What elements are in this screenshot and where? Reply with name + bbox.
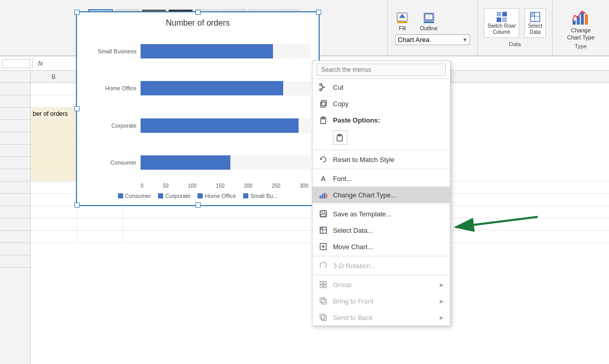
row-header-3 xyxy=(0,108,30,120)
row-header-9 xyxy=(0,181,30,194)
menu-item-save-template[interactable]: Save as Template... xyxy=(312,206,450,222)
menu-item-bring-front[interactable]: Bring to Front ▶ xyxy=(312,293,450,309)
bar-row-corporate: Corporate xyxy=(85,118,310,133)
save-template-icon xyxy=(319,209,328,218)
bar-label-home-office: Home Office xyxy=(85,85,136,91)
x-tick-100: 100 xyxy=(188,183,197,189)
svg-rect-11 xyxy=(531,12,535,16)
svg-rect-28 xyxy=(324,193,325,198)
outline-label: Outline xyxy=(420,25,438,31)
bar-track-home-office xyxy=(141,81,310,95)
change-chart-type-menu-label: Change Chart Type... xyxy=(333,191,396,199)
menu-item-3d-rotation: 3-D Rotation... xyxy=(312,257,450,274)
cell-b6[interactable] xyxy=(31,145,77,157)
bring-front-label: Bring to Front xyxy=(333,297,374,305)
copy-label: Copy xyxy=(333,100,348,108)
cell-b4[interactable] xyxy=(31,120,77,132)
select-data-button[interactable]: SelectData xyxy=(524,8,546,38)
reset-icon xyxy=(319,155,328,164)
change-chart-type-icon xyxy=(571,6,591,27)
svg-rect-44 xyxy=(322,316,326,320)
green-arrow xyxy=(450,207,543,239)
x-tick-200: 200 xyxy=(244,183,252,189)
context-menu-search xyxy=(312,61,450,79)
chart-handle-tl[interactable] xyxy=(74,10,80,15)
bar-chart-area: Small Business Home Office xyxy=(85,33,310,181)
rotation-label: 3-D Rotation... xyxy=(333,262,376,270)
svg-rect-41 xyxy=(324,285,326,288)
chart-handle-tr[interactable] xyxy=(316,10,321,15)
switch-icon xyxy=(496,11,508,23)
row-headers xyxy=(0,83,31,364)
cell-b5[interactable] xyxy=(31,132,77,145)
bar-row-small-business: Small Business xyxy=(85,44,310,58)
menu-separator-4 xyxy=(312,256,450,256)
chart-title: Number of orders xyxy=(85,18,310,28)
menu-item-group[interactable]: Group ▶ xyxy=(312,276,450,293)
svg-rect-6 xyxy=(497,12,501,16)
legend-consumer: Consumer xyxy=(118,193,151,199)
outline-button[interactable]: Outline xyxy=(420,11,438,31)
menu-item-cut[interactable]: Cut xyxy=(312,79,450,95)
x-tick-150: 150 xyxy=(216,183,225,189)
cell-b3-header[interactable]: ber of orders xyxy=(31,108,77,120)
fill-label: Fill xyxy=(399,25,406,31)
x-tick-0: 0 xyxy=(141,183,144,189)
row-header-4 xyxy=(0,120,30,132)
bar-fill-small-business xyxy=(141,44,273,58)
chart-area-dropdown[interactable]: Chart Area ▼ xyxy=(395,34,470,45)
menu-item-move-chart[interactable]: Move Chart... xyxy=(312,238,450,255)
menu-item-change-chart-type[interactable]: Change Chart Type... xyxy=(312,187,450,203)
name-box[interactable] xyxy=(2,59,30,68)
menu-item-font[interactable]: A Font... xyxy=(312,170,450,187)
formula-divider xyxy=(32,58,33,69)
svg-rect-42 xyxy=(322,299,326,304)
menu-item-copy[interactable]: Copy xyxy=(312,95,450,112)
x-axis: 0 50 100 150 200 250 300 xyxy=(85,183,310,189)
chart-handle-bc[interactable] xyxy=(195,203,201,208)
copy-icon xyxy=(319,99,328,108)
svg-rect-14 xyxy=(573,21,576,25)
row-header-14 xyxy=(0,243,30,255)
chart-handle-ml[interactable] xyxy=(74,106,80,111)
reset-label: Reset to Match Style xyxy=(333,156,395,164)
svg-rect-16 xyxy=(581,12,584,25)
chart-handle-tc[interactable] xyxy=(195,10,201,15)
bar-row-consumer: Consumer xyxy=(85,155,310,170)
menu-item-select-data[interactable]: Select Data... xyxy=(312,222,450,238)
fill-button[interactable]: Fill xyxy=(395,11,409,31)
fx-label: fx xyxy=(35,59,46,67)
svg-rect-43 xyxy=(320,298,325,302)
move-chart-icon xyxy=(319,242,328,251)
bar-label-consumer: Consumer xyxy=(85,159,136,166)
switch-row-col-button[interactable]: Switch Row/Column xyxy=(484,8,519,38)
rotation-icon xyxy=(319,261,328,270)
svg-rect-17 xyxy=(585,14,588,25)
menu-separator-3 xyxy=(312,204,450,205)
x-tick-300: 300 xyxy=(300,183,308,189)
bar-fill-consumer xyxy=(141,155,230,170)
send-back-label: Send to Back xyxy=(333,314,372,321)
context-search-input[interactable] xyxy=(317,64,446,76)
menu-item-reset[interactable]: Reset to Match Style xyxy=(312,151,450,168)
bring-front-icon xyxy=(319,296,328,306)
x-tick-50: 50 xyxy=(163,183,168,189)
group-label: Group xyxy=(333,281,351,289)
chart-handle-bl[interactable] xyxy=(74,203,80,208)
menu-separator-1 xyxy=(312,150,450,150)
change-chart-type-menu-icon xyxy=(319,190,328,199)
fill-icon xyxy=(395,11,409,25)
row-header-1 xyxy=(0,83,30,95)
change-chart-type-label: ChangeChart Type xyxy=(567,27,595,42)
cell-b1[interactable] xyxy=(31,83,77,95)
chart-area[interactable]: Number of orders Small Business xyxy=(76,11,320,206)
svg-rect-34 xyxy=(320,227,323,230)
row-header-6 xyxy=(0,145,30,157)
menu-item-send-back[interactable]: Send to Back ▶ xyxy=(312,309,450,326)
svg-rect-38 xyxy=(320,281,323,284)
paste-icon-button[interactable] xyxy=(333,130,347,145)
cell-b2[interactable] xyxy=(31,95,77,108)
change-chart-type-button[interactable]: ChangeChart Type xyxy=(567,6,595,42)
row-header-2 xyxy=(0,95,30,108)
menu-separator-5 xyxy=(312,275,450,275)
